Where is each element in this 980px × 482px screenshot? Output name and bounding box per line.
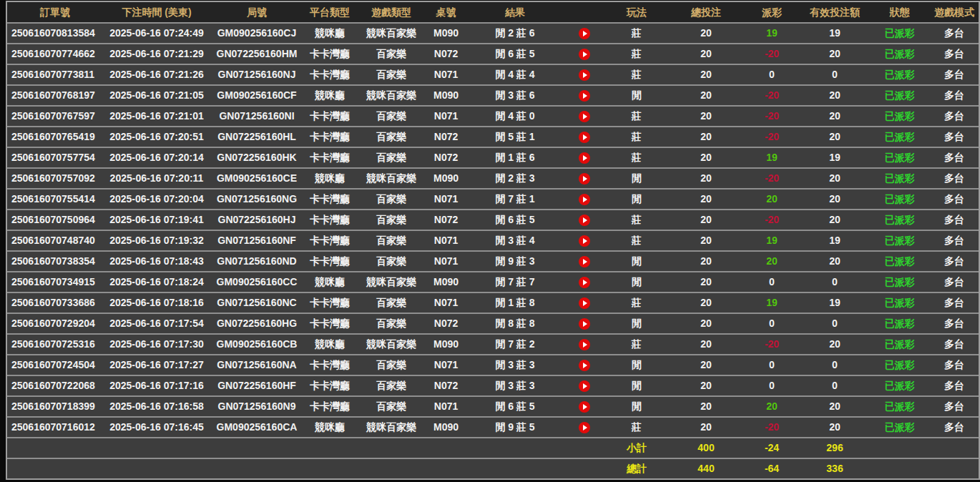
cell-order-id: 250616070716012 [7,416,103,437]
cell-payout: 0 [743,271,800,292]
cell-table-no: N072 [426,313,466,333]
cell-platform: 卡卡灣廳 [303,105,356,126]
cell-round-id: GN072256160HK [210,147,303,167]
play-video-button[interactable] [579,28,590,39]
cell-game-type: 百家樂 [356,250,426,271]
cell-order-id: 250616070729204 [7,313,103,333]
play-video-button[interactable] [579,318,590,330]
cell-result: 閒 6 莊 5 [466,209,564,230]
subtotal-valid-bet: 296 [800,437,869,458]
play-icon [583,114,587,119]
play-video-button[interactable] [579,49,590,60]
cell-bet-time: 2025-06-16 07:20:11 [103,167,210,188]
cell-play: 閒 [604,313,669,333]
cell-bet-time: 2025-06-16 07:19:32 [103,230,210,250]
play-icon [583,197,587,202]
cell-round-id: GN071256160NF [210,230,303,250]
play-video-button[interactable] [579,401,590,413]
cell-valid-bet: 19 [800,22,869,43]
cell-valid-bet: 0 [800,313,869,333]
cell-table-no: N072 [426,43,466,64]
cell-game-type: 競咪百家樂 [356,333,426,354]
cell-play: 閒 [604,167,669,188]
play-video-button[interactable] [579,215,590,226]
play-video-button[interactable] [579,132,590,143]
cell-status: 已派彩 [869,188,930,209]
cell-game-type: 競咪百家樂 [356,167,426,188]
cell-game-type: 百家樂 [356,43,426,64]
cell-status: 已派彩 [869,375,930,395]
cell-bet-time: 2025-06-16 07:20:51 [103,126,210,147]
cell-result: 閒 5 莊 1 [466,126,564,147]
cell-result: 閒 3 莊 3 [466,354,564,375]
cell-table-no: M090 [426,416,466,437]
cell-total-bet: 20 [669,354,743,375]
cell-valid-bet: 20 [800,84,869,105]
cell-total-bet: 20 [669,250,743,271]
cell-mode: 多台 [930,126,979,147]
play-video-button[interactable] [579,235,590,247]
cell-payout: -20 [743,333,800,354]
cell-game-type: 百家樂 [356,313,426,333]
play-video-button[interactable] [579,360,590,371]
cell-total-bet: 20 [669,292,743,313]
cell-result: 閒 7 莊 1 [466,188,564,209]
cell-play: 莊 [604,105,669,126]
play-video-button[interactable] [579,111,590,122]
cell-game-type: 競咪百家樂 [356,416,426,437]
cell-play-icon [564,22,604,43]
play-video-button[interactable] [579,277,590,288]
cell-play: 莊 [604,64,669,84]
play-video-button[interactable] [579,194,590,205]
cell-play: 莊 [604,147,669,167]
cell-round-id: GN072256160HJ [210,209,303,230]
column-header-total-bet: 總投注 [669,2,743,22]
cell-game-type: 百家樂 [356,354,426,375]
cell-play: 閒 [604,271,669,292]
cell-payout: 0 [743,64,800,84]
cell-result: 閒 9 莊 5 [466,416,564,437]
cell-mode: 多台 [930,395,979,416]
play-video-button[interactable] [579,173,590,185]
play-icon [583,51,587,57]
cell-play: 莊 [604,126,669,147]
table-row: 2506160707292042025-06-16 07:17:54GN0722… [7,313,979,333]
table-row: 2506160707349152025-06-16 07:18:24GM0902… [7,271,979,292]
table-row: 2506160707383542025-06-16 07:18:43GN0712… [7,250,979,271]
cell-bet-time: 2025-06-16 07:18:16 [103,292,210,313]
play-video-button[interactable] [579,90,590,102]
cell-total-bet: 20 [669,271,743,292]
cell-platform: 卡卡灣廳 [303,147,356,167]
play-video-button[interactable] [579,69,590,81]
play-video-button[interactable] [579,339,590,350]
cell-play-icon [564,292,604,313]
cell-valid-bet: 20 [800,167,869,188]
cell-order-id: 250616070724504 [7,354,103,375]
cell-platform: 競咪廳 [303,416,356,437]
play-video-button[interactable] [579,380,590,392]
cell-order-id: 250616070774662 [7,43,103,64]
table-row: 2506160707336862025-06-16 07:18:16GN0712… [7,292,979,313]
cell-play: 莊 [604,43,669,64]
cell-status: 已派彩 [869,354,930,375]
cell-platform: 卡卡灣廳 [303,43,356,64]
cell-table-no: M090 [426,333,466,354]
cell-order-id: 250616070767597 [7,105,103,126]
cell-payout: 0 [743,375,800,395]
column-header-platform: 平台類型 [303,2,356,22]
play-video-button[interactable] [579,256,590,267]
cell-table-no: M090 [426,84,466,105]
play-video-button[interactable] [579,297,590,309]
column-header-status: 狀態 [869,2,930,22]
play-video-button[interactable] [579,422,590,433]
subtotal-row: 小計 400 -24 296 [7,437,979,458]
cell-total-bet: 20 [669,64,743,84]
cell-total-bet: 20 [669,395,743,416]
cell-mode: 多台 [930,292,979,313]
cell-mode: 多台 [930,64,979,84]
cell-bet-time: 2025-06-16 07:18:43 [103,250,210,271]
cell-total-bet: 20 [669,167,743,188]
cell-platform: 卡卡灣廳 [303,313,356,333]
cell-play-icon [564,271,604,292]
play-video-button[interactable] [579,152,590,164]
